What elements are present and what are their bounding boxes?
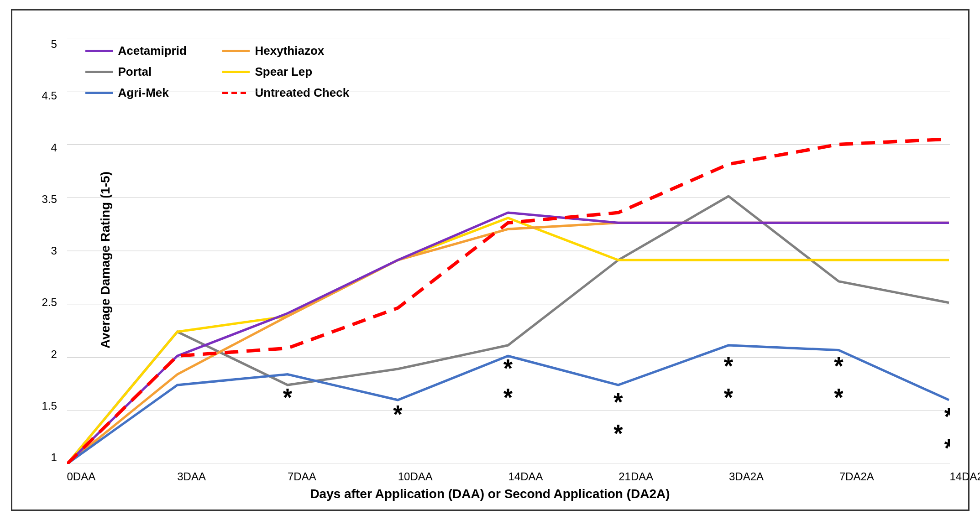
x-axis-label: Days after Application (DAA) or Second A…	[310, 487, 670, 501]
series-acetamiprid	[67, 213, 949, 464]
asterisk-7da2a-2: *	[834, 383, 843, 411]
asterisk-14daa-1: *	[503, 354, 512, 382]
series-spear-lep	[67, 218, 949, 464]
asterisk-7da2a-1: *	[834, 351, 843, 380]
y-label-2: 2	[51, 348, 57, 361]
y-label-45: 4.5	[42, 89, 57, 102]
asterisk-10daa: *	[393, 400, 402, 428]
y-label-35: 3.5	[42, 193, 57, 206]
y-label-1: 1	[51, 451, 57, 464]
asterisk-14daa-2: *	[503, 383, 512, 411]
y-label-15: 1.5	[42, 400, 57, 412]
y-label-4: 4	[51, 141, 57, 154]
asterisk-14da2a-2: *	[944, 434, 949, 462]
asterisk-21daa-2: *	[613, 419, 623, 447]
chart-svg: * * * * * * * * * * * *	[67, 38, 950, 464]
y-label-25: 2.5	[42, 296, 57, 309]
asterisk-3da2a-1: *	[723, 351, 733, 380]
asterisk-14da2a-1: *	[944, 402, 949, 431]
chart-container: Average Damage Rating (1-5) Days after A…	[11, 9, 970, 511]
y-label-3: 3	[51, 244, 57, 257]
asterisk-3da2a-2: *	[723, 383, 733, 411]
series-untreated	[67, 139, 949, 464]
y-axis-labels: 5 4.5 4 3.5 3 2.5 2 1.5 1	[42, 38, 57, 464]
x-axis-labels: 0DAA 3DAA 7DAA 10DAA 14DAA 21DAA 3DA2A 7…	[67, 470, 950, 483]
asterisk-21daa-1: *	[613, 388, 623, 416]
series-portal	[67, 196, 949, 464]
y-label-5: 5	[51, 38, 57, 51]
asterisk-7daa-portal: *	[283, 383, 292, 411]
